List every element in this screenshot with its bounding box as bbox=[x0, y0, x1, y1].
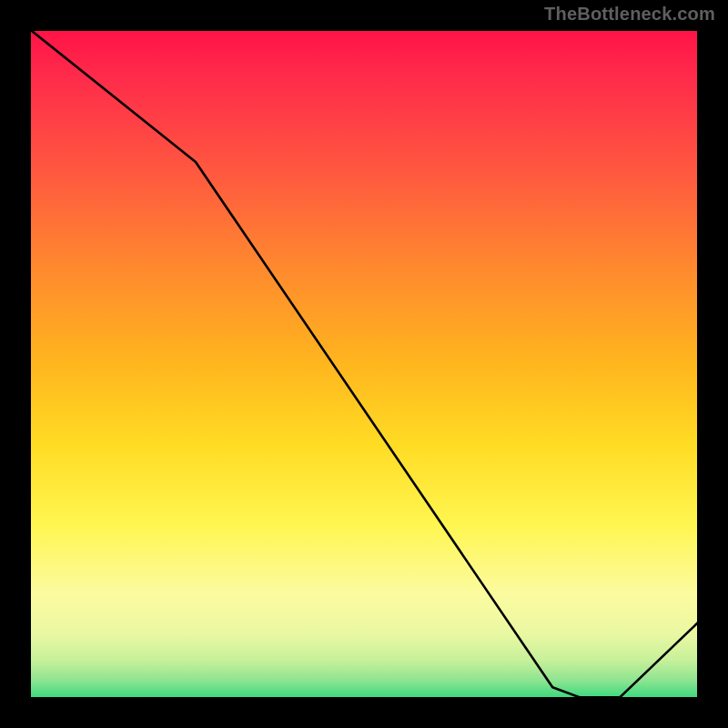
heatmap-gradient bbox=[27, 27, 701, 701]
chart-container: TheBottleneck.com bbox=[0, 0, 728, 728]
plot-area bbox=[27, 27, 701, 701]
watermark-text: TheBottleneck.com bbox=[544, 4, 715, 25]
